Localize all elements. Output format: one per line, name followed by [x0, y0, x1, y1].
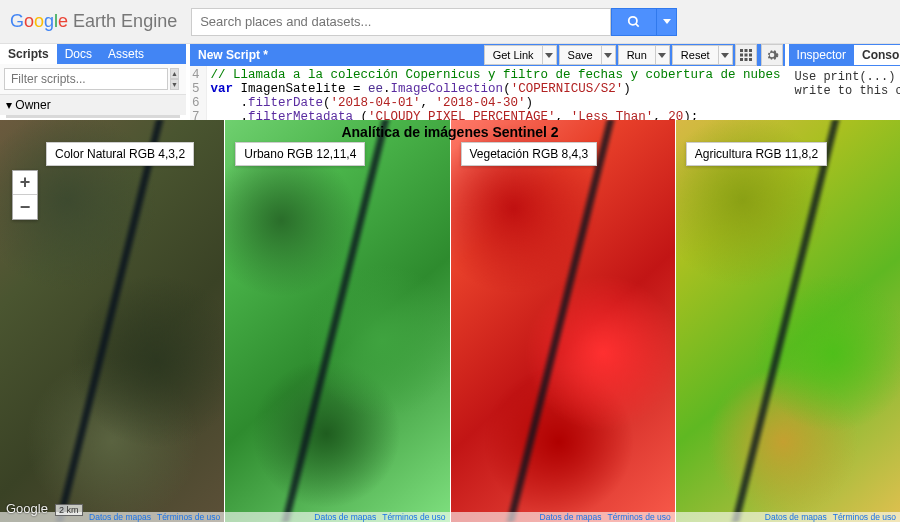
line-number: 5 — [192, 82, 200, 96]
console-output: Use print(...) to write to this console. — [789, 66, 900, 102]
svg-point-0 — [629, 16, 637, 24]
chevron-down-icon — [604, 53, 612, 58]
script-title: New Script * — [190, 45, 276, 65]
search-button[interactable] — [611, 8, 657, 36]
google-watermark: Google — [6, 501, 48, 516]
editor-panel: New Script * Get Link Save Run Reset 4 5… — [190, 44, 789, 120]
app-header: Google Earth Engine — [0, 0, 900, 44]
search-icon — [627, 15, 641, 29]
map-attribution: Datos de mapasTérminos de uso — [676, 512, 900, 522]
map-pane-label: Agricultura RGB 11,8,2 — [686, 142, 827, 166]
terms-link[interactable]: Términos de uso — [833, 512, 896, 522]
gear-icon — [765, 48, 779, 62]
save-dropdown[interactable] — [602, 45, 616, 65]
search-bar — [191, 8, 677, 36]
owner-label: Owner — [15, 98, 50, 112]
satellite-image — [225, 120, 449, 522]
code-body[interactable]: // Llamada a la colección Copernicus y f… — [207, 66, 785, 120]
chevron-down-icon — [663, 19, 671, 24]
mapdata-link[interactable]: Datos de mapas — [89, 512, 151, 522]
left-panel: Scripts Docs Assets ▲ ▼ ▾ Owner — [0, 44, 190, 120]
right-panel: Inspector Console Tasks Use print(...) t… — [789, 44, 900, 120]
terms-link[interactable]: Términos de uso — [157, 512, 220, 522]
owner-tree-child[interactable] — [6, 115, 180, 118]
tab-inspector[interactable]: Inspector — [789, 45, 854, 65]
zoom-out-button[interactable]: − — [13, 195, 37, 219]
map-viewer: Analítica de imágenes Sentinel 2 + − Col… — [0, 120, 900, 522]
tab-scripts[interactable]: Scripts — [0, 44, 57, 64]
getlink-dropdown[interactable] — [543, 45, 557, 65]
run-button[interactable]: Run — [618, 45, 656, 65]
map-pane-label: Color Natural RGB 4,3,2 — [46, 142, 194, 166]
reset-button[interactable]: Reset — [672, 45, 719, 65]
river-feature — [28, 120, 191, 522]
line-number: 4 — [192, 68, 200, 82]
filter-sort-up[interactable]: ▲ — [170, 68, 179, 79]
logo-suffix: Earth Engine — [73, 11, 177, 31]
scale-bar: 2 km — [55, 504, 83, 516]
filter-sort-down[interactable]: ▼ — [170, 79, 179, 90]
chevron-down-icon — [721, 53, 729, 58]
reset-dropdown[interactable] — [719, 45, 733, 65]
tab-console[interactable]: Console — [854, 45, 900, 65]
map-pane[interactable]: Urbano RGB 12,11,4Datos de mapasTérminos… — [224, 120, 449, 522]
satellite-image — [451, 120, 675, 522]
filter-scripts-input[interactable] — [4, 68, 168, 90]
line-number: 6 — [192, 96, 200, 110]
chevron-down-icon — [658, 53, 666, 58]
tab-docs[interactable]: Docs — [57, 44, 100, 64]
mapdata-link[interactable]: Datos de mapas — [540, 512, 602, 522]
svg-rect-8 — [740, 58, 743, 61]
layout-grid-button[interactable] — [735, 44, 757, 66]
mapdata-link[interactable]: Datos de mapas — [765, 512, 827, 522]
filter-row: ▲ ▼ — [0, 64, 186, 94]
tab-assets[interactable]: Assets — [100, 44, 152, 64]
viewer-title: Analítica de imágenes Sentinel 2 — [0, 124, 900, 140]
svg-rect-7 — [749, 54, 752, 57]
map-pane-label: Urbano RGB 12,11,4 — [235, 142, 365, 166]
river-feature — [254, 120, 417, 522]
svg-rect-6 — [744, 54, 747, 57]
map-attribution: Datos de mapasTérminos de uso — [225, 512, 449, 522]
search-input[interactable] — [191, 8, 611, 36]
map-pane[interactable]: Vegetación RGB 8,4,3Datos de mapasTérmin… — [450, 120, 675, 522]
run-dropdown[interactable] — [656, 45, 670, 65]
svg-rect-4 — [749, 49, 752, 52]
satellite-image — [676, 120, 900, 522]
settings-button[interactable] — [761, 44, 783, 66]
mapdata-link[interactable]: Datos de mapas — [314, 512, 376, 522]
zoom-in-button[interactable]: + — [13, 171, 37, 195]
terms-link[interactable]: Términos de uso — [607, 512, 670, 522]
search-options-dropdown[interactable] — [657, 8, 677, 36]
map-pane-label: Vegetación RGB 8,4,3 — [461, 142, 598, 166]
terms-link[interactable]: Términos de uso — [382, 512, 445, 522]
map-attribution: Datos de mapasTérminos de uso — [451, 512, 675, 522]
map-pane[interactable]: Agricultura RGB 11,8,2Datos de mapasTérm… — [675, 120, 900, 522]
svg-rect-9 — [744, 58, 747, 61]
zoom-control: + − — [12, 170, 38, 220]
grid-icon — [740, 49, 752, 61]
getlink-button[interactable]: Get Link — [484, 45, 543, 65]
line-gutter: 4 5 6 7 — [190, 66, 207, 120]
left-tabbar: Scripts Docs Assets — [0, 44, 186, 64]
right-tabbar: Inspector Console Tasks — [789, 44, 900, 66]
workspace: Scripts Docs Assets ▲ ▼ ▾ Owner New Scri… — [0, 44, 900, 120]
river-feature — [479, 120, 642, 522]
code-editor[interactable]: 4 5 6 7 // Llamada a la colección Copern… — [190, 66, 785, 120]
svg-rect-3 — [744, 49, 747, 52]
logo: Google Earth Engine — [10, 11, 177, 32]
editor-toolbar: New Script * Get Link Save Run Reset — [190, 44, 785, 66]
river-feature — [704, 120, 867, 522]
svg-line-1 — [636, 23, 639, 26]
svg-rect-2 — [740, 49, 743, 52]
svg-rect-5 — [740, 54, 743, 57]
line-number: 7 — [192, 110, 200, 120]
save-button[interactable]: Save — [559, 45, 602, 65]
svg-rect-10 — [749, 58, 752, 61]
owner-tree-node[interactable]: ▾ Owner — [0, 94, 186, 115]
chevron-down-icon — [545, 53, 553, 58]
